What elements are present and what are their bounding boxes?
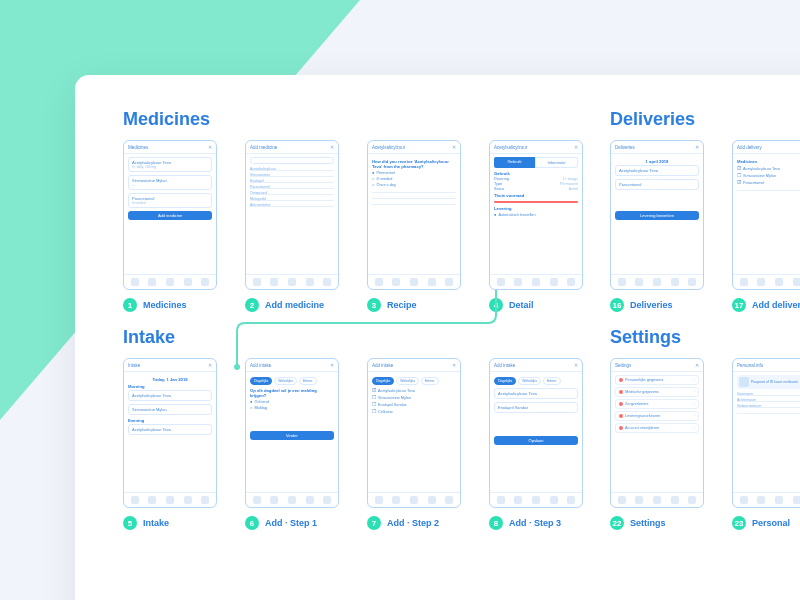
bottom-nav[interactable] <box>733 492 800 507</box>
radio-once-daily[interactable]: Once a day <box>372 182 456 187</box>
list-item[interactable]: Omeprazol <box>250 191 334 195</box>
delivery-option[interactable]: Automatisch bestellen <box>494 212 578 217</box>
close-icon[interactable]: ✕ <box>208 362 212 368</box>
screen-label: Personal <box>752 518 790 528</box>
phone-title: Add intake <box>494 363 515 368</box>
close-icon[interactable]: ✕ <box>452 362 456 368</box>
bottom-nav[interactable] <box>124 492 216 507</box>
screen-label: Deliveries <box>630 300 673 310</box>
settings-row[interactable]: Account verwijderen› <box>615 423 699 433</box>
screen-number: 3 <box>367 298 381 312</box>
screen-add-step1[interactable]: Add intake✕ DagelijksWekelijksEénm. Op e… <box>245 358 339 530</box>
screen-number: 17 <box>732 298 746 312</box>
frequency-tabs[interactable]: DagelijksWekelijksEénm. <box>250 377 334 385</box>
section-deliveries: Deliveries Deliveries✕ 1 april 2019 Acet… <box>610 109 800 312</box>
list-item[interactable]: Acetylsalicylzuur <box>250 167 334 171</box>
phone-title: Add delivery <box>737 145 762 150</box>
bottom-nav[interactable] <box>368 492 460 507</box>
info-banner: Paspoort of ID kaart verificatie <box>737 375 800 389</box>
next-button[interactable]: Verder <box>250 431 334 440</box>
close-icon[interactable]: ✕ <box>574 144 578 150</box>
med-checkbox[interactable]: Celluvisc <box>372 409 456 414</box>
close-icon[interactable]: ✕ <box>695 144 699 150</box>
screen-settings[interactable]: Settings✕ Persoonlijke gegevens› Medisch… <box>610 358 704 530</box>
screen-number: 4 <box>489 298 503 312</box>
radio-if-needed[interactable]: If needed <box>372 176 456 181</box>
save-button[interactable]: Opslaan <box>494 436 578 445</box>
settings-row[interactable]: Medische gegevens› <box>615 387 699 397</box>
screen-recipe[interactable]: Acetylsalicylzuur✕ How did you receive '… <box>367 140 461 312</box>
settings-row[interactable]: Leveringsvoorkeuren› <box>615 411 699 421</box>
flow-canvas: Medicines Medicines✕ Acetylsalicylzuur T… <box>75 75 800 600</box>
screen-add-step3[interactable]: Add intake✕ DagelijksWekelijksEénm. Acet… <box>489 358 583 530</box>
screen-number: 5 <box>123 516 137 530</box>
phone-title: Add medicine <box>250 145 277 150</box>
screen-label: Detail <box>509 300 534 310</box>
med-checkbox[interactable]: Simvastatine Mylan <box>372 395 456 400</box>
list-item[interactable]: Atorvastatine <box>250 203 334 207</box>
screen-personal[interactable]: Personal info✕ Paspoort of ID kaart veri… <box>732 358 800 530</box>
bottom-nav[interactable] <box>611 274 703 289</box>
close-icon[interactable]: ✕ <box>574 362 578 368</box>
settings-row[interactable]: Zorgverleners› <box>615 399 699 409</box>
list-item[interactable]: Metoprolol <box>250 197 334 201</box>
screen-medicines[interactable]: Medicines✕ Acetylsalicylzuur Teva1× dail… <box>123 140 217 312</box>
med-checkbox[interactable]: Enalapril Sandoz <box>372 402 456 407</box>
phone-title: Settings <box>615 363 631 368</box>
search-input[interactable] <box>250 157 334 164</box>
screen-deliveries[interactable]: Deliveries✕ 1 april 2019 Acetylsalicylzu… <box>610 140 704 312</box>
phone-title: Deliveries <box>615 145 635 150</box>
chevron-right-icon: › <box>694 426 695 430</box>
med-item[interactable]: Acetylsalicylzuur Teva1× daily, 100 mg <box>128 157 212 172</box>
bottom-nav[interactable] <box>490 274 582 289</box>
screen-add-delivery[interactable]: Add delivery✕ Medicines Acetylsalicylzuu… <box>732 140 800 312</box>
close-icon[interactable]: ✕ <box>695 362 699 368</box>
screen-intake[interactable]: Intake✕ Today, 1 Jan 2018 Morning Acetyl… <box>123 358 217 530</box>
screen-number: 2 <box>245 298 259 312</box>
screen-add-step2[interactable]: Add intake✕ DagelijksWekelijksEénm. Acet… <box>367 358 461 530</box>
screen-add-medicine[interactable]: Add medicine✕ Acetylsalicylzuur Simvasta… <box>245 140 339 312</box>
med-item[interactable]: Paracetamolif needed <box>128 193 212 208</box>
section-intake: Intake Intake✕ Today, 1 Jan 2018 Morning… <box>123 327 583 530</box>
screen-label: Add · Step 3 <box>509 518 561 528</box>
phone-title: Personal info <box>737 363 763 368</box>
form-question: How did you receive 'Acetylsalicylzuur T… <box>372 159 456 169</box>
bottom-nav[interactable] <box>733 274 800 289</box>
phone-title: Acetylsalicylzuur <box>494 145 527 150</box>
chevron-right-icon: › <box>694 402 695 406</box>
settings-row[interactable]: Persoonlijke gegevens› <box>615 375 699 385</box>
phone-title: Add intake <box>250 363 271 368</box>
screen-number: 6 <box>245 516 259 530</box>
bottom-nav[interactable] <box>246 274 338 289</box>
section-settings: Settings Settings✕ Persoonlijke gegevens… <box>610 327 800 530</box>
bottom-nav[interactable] <box>246 492 338 507</box>
add-medicine-button[interactable]: Add medicine <box>128 211 212 220</box>
close-icon[interactable]: ✕ <box>452 144 456 150</box>
id-icon <box>739 377 749 387</box>
edit-delivery-button[interactable]: Levering bewerken <box>615 211 699 220</box>
screen-number: 7 <box>367 516 381 530</box>
tabs[interactable]: GebruikInformatie <box>494 157 578 168</box>
screen-number: 23 <box>732 516 746 530</box>
screen-detail[interactable]: Acetylsalicylzuur✕ GebruikInformatie Geb… <box>489 140 583 312</box>
screen-label: Medicines <box>143 300 187 310</box>
section-medicines: Medicines Medicines✕ Acetylsalicylzuur T… <box>123 109 583 312</box>
close-icon[interactable]: ✕ <box>330 144 334 150</box>
section-title-deliveries: Deliveries <box>610 109 800 130</box>
screen-label: Add medicine <box>265 300 324 310</box>
bottom-nav[interactable] <box>368 274 460 289</box>
screen-label: Intake <box>143 518 169 528</box>
bottom-nav[interactable] <box>124 274 216 289</box>
list-item[interactable]: Paracetamol <box>250 185 334 189</box>
screen-number: 8 <box>489 516 503 530</box>
radio-permanent[interactable]: Permanent <box>372 170 456 175</box>
med-checkbox[interactable]: Acetylsalicylzuur Teva <box>372 388 456 393</box>
med-item[interactable]: Simvastatine Mylan— <box>128 175 212 190</box>
close-icon[interactable]: ✕ <box>330 362 334 368</box>
close-icon[interactable]: ✕ <box>208 144 212 150</box>
bottom-nav[interactable] <box>490 492 582 507</box>
bottom-nav[interactable] <box>611 492 703 507</box>
list-item[interactable]: Simvastatine <box>250 173 334 177</box>
phone-title: Intake <box>128 363 140 368</box>
list-item[interactable]: Enalapril <box>250 179 334 183</box>
